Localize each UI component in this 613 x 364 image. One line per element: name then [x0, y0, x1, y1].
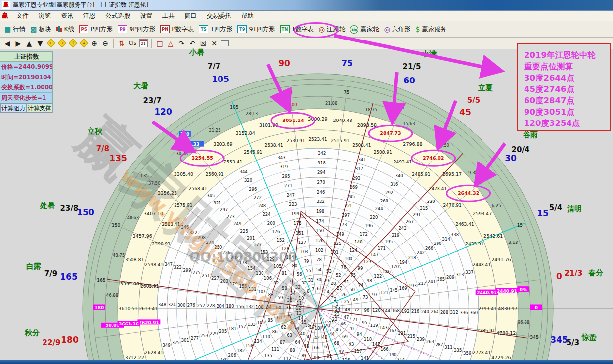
svg-text:53: 53 [326, 269, 332, 274]
svg-text:99: 99 [358, 266, 363, 271]
svg-text:69: 69 [342, 334, 348, 339]
svg-text:122: 122 [374, 274, 382, 279]
svg-text:125: 125 [333, 241, 341, 246]
svg-text:23/8: 23/8 [60, 204, 79, 213]
svg-text:295: 295 [282, 174, 290, 179]
svg-text:0: 0 [535, 305, 538, 310]
svg-text:0%: 0% [520, 287, 527, 292]
svg-text:小满: 小满 [421, 49, 437, 58]
svg-text:120: 120 [180, 132, 190, 137]
svg-text:313: 313 [456, 272, 464, 277]
svg-text:215: 215 [407, 334, 415, 339]
svg-text:93: 93 [349, 342, 354, 347]
svg-text:338: 338 [451, 232, 459, 237]
svg-text:165: 165 [60, 272, 78, 282]
svg-text:271: 271 [284, 183, 292, 188]
svg-text:340: 340 [395, 173, 403, 178]
svg-text:5/5: 5/5 [467, 96, 480, 105]
svg-text:272: 272 [254, 195, 262, 200]
svg-text:206: 206 [228, 353, 236, 358]
svg-text:180: 180 [61, 335, 79, 345]
svg-text:145: 145 [390, 288, 397, 293]
svg-text:344: 344 [239, 169, 247, 174]
svg-text:158: 158 [245, 343, 253, 348]
svg-text:23/7: 23/7 [143, 96, 162, 105]
svg-text:345: 345 [550, 335, 568, 345]
svg-text:120: 120 [154, 107, 172, 117]
svg-text:180: 180 [95, 305, 104, 310]
svg-text:244: 244 [375, 206, 383, 211]
svg-text:2778.41: 2778.41 [473, 350, 491, 355]
info-row-3: 周天变化步长=1 [0, 93, 52, 103]
svg-text:5/4: 5/4 [549, 203, 562, 212]
svg-text:173: 173 [339, 222, 347, 227]
svg-text:立秋: 立秋 [87, 127, 103, 136]
svg-text:146: 146 [383, 269, 391, 274]
svg-text:0: 0 [556, 271, 562, 281]
svg-text:3.13: 3.13 [508, 240, 518, 245]
svg-text:春分: 春分 [588, 268, 603, 277]
svg-text:1: 1 [336, 302, 338, 307]
svg-text:89: 89 [302, 353, 307, 358]
svg-text:265: 265 [437, 277, 445, 282]
svg-text:2644.32: 2644.32 [458, 190, 479, 196]
svg-text:23: 23 [334, 312, 340, 317]
svg-text:43.75: 43.75 [113, 253, 125, 258]
svg-text:98: 98 [367, 278, 372, 283]
svg-text:150: 150 [112, 223, 120, 228]
svg-text:341: 341 [358, 157, 366, 162]
svg-text:3203.69: 3203.69 [213, 141, 232, 147]
svg-text:73: 73 [363, 295, 368, 300]
svg-text:253: 253 [200, 333, 208, 338]
svg-text:26: 26 [341, 292, 347, 297]
svg-text:21/5: 21/5 [403, 62, 421, 71]
svg-text:30: 30 [488, 173, 494, 178]
svg-text:293: 293 [352, 176, 360, 181]
svg-text:248: 248 [258, 203, 266, 208]
svg-text:123: 123 [363, 259, 371, 264]
svg-text:90: 90 [278, 58, 290, 68]
svg-text:2847.73: 2847.73 [380, 130, 401, 136]
svg-text:68: 68 [334, 341, 339, 346]
svg-text:55: 55 [306, 268, 311, 273]
svg-text:9.38: 9.38 [468, 170, 478, 175]
svg-text:292: 292 [385, 190, 393, 195]
svg-text:75: 75 [350, 273, 356, 278]
svg-text:111: 111 [271, 347, 279, 352]
svg-text:124: 124 [350, 248, 357, 253]
svg-text:134: 134 [254, 339, 262, 344]
svg-text:2491.76: 2491.76 [491, 257, 511, 262]
svg-text:103: 103 [300, 249, 308, 254]
svg-text:239: 239 [417, 337, 425, 342]
svg-text:72: 72 [354, 307, 360, 312]
calc-support-button[interactable]: 计算支撑 [27, 103, 53, 113]
svg-text:117: 117 [354, 349, 362, 354]
svg-text:151: 151 [296, 231, 304, 236]
svg-text:60: 60 [398, 105, 404, 110]
svg-text:228: 228 [207, 303, 215, 308]
svg-text:95: 95 [362, 320, 367, 325]
stock-info-panel: 上证指数 价格=2440.9099时间=20190104变换系数=1.00000… [0, 51, 53, 113]
svg-text:245: 245 [347, 194, 355, 199]
svg-text:2500.91: 2500.91 [374, 150, 392, 155]
svg-text:15.63: 15.63 [403, 121, 415, 126]
svg-text:165: 165 [97, 278, 105, 283]
svg-text:3661.36: 3661.36 [119, 322, 139, 326]
annotation-line-3: 45度2746点 [524, 83, 610, 95]
svg-text:200: 200 [267, 221, 275, 226]
svg-text:296: 296 [249, 187, 257, 192]
svg-text:101: 101 [331, 250, 339, 255]
svg-text:3152.84: 3152.84 [235, 130, 255, 136]
svg-text:51: 51 [344, 280, 349, 284]
svg-text:30: 30 [505, 153, 517, 163]
svg-text:347: 347 [165, 262, 173, 267]
svg-text:287: 287 [436, 342, 443, 347]
svg-text:2746.02: 2746.02 [423, 155, 444, 161]
svg-text:2463.41: 2463.41 [455, 222, 474, 227]
calc-resistance-button[interactable]: 计算阻力 [0, 103, 27, 113]
svg-text:337: 337 [465, 270, 473, 275]
svg-text:147: 147 [370, 252, 378, 257]
svg-text:120: 120 [372, 308, 380, 313]
svg-text:4830.97: 4830.97 [498, 306, 517, 311]
svg-text:74: 74 [358, 283, 363, 288]
